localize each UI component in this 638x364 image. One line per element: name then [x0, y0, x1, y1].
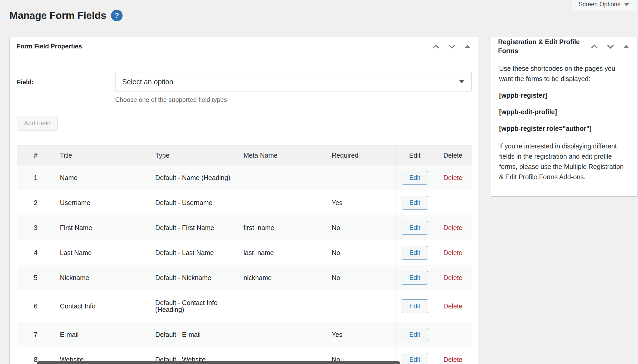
- field-type: Default - First Name: [149, 215, 238, 240]
- delete-link[interactable]: Delete: [443, 174, 462, 181]
- field-meta-name: nickname: [238, 265, 326, 290]
- table-row: 4Last NameDefault - Last Namelast_nameNo…: [17, 240, 472, 265]
- delete-link[interactable]: Delete: [443, 302, 462, 310]
- row-number: 5: [17, 265, 54, 290]
- field-type: Default - Username: [149, 190, 238, 215]
- sidebar-panel-header: Registration & Edit Profile Forms: [491, 37, 637, 56]
- page-title-row: Manage Form Fields ?: [9, 8, 638, 23]
- table-header-row: # Title Type Meta Name Required Edit Del…: [17, 146, 472, 165]
- delete-link[interactable]: Delete: [443, 224, 462, 231]
- field-type: Default - Last Name: [149, 240, 238, 265]
- delete-cell: Delete: [434, 165, 472, 190]
- addons-note: If you're interested in displaying diffe…: [499, 141, 629, 182]
- move-up-button[interactable]: [431, 43, 440, 50]
- field-title: Name: [54, 165, 149, 190]
- row-number: 4: [17, 240, 54, 265]
- field-meta-name: [238, 322, 326, 347]
- chevron-down-icon: [607, 44, 614, 49]
- edit-cell: Edit: [396, 322, 434, 347]
- chevron-down-icon: [448, 44, 455, 49]
- collapse-toggle-button[interactable]: [622, 43, 630, 49]
- field-meta-name: [238, 190, 326, 215]
- field-title: E-mail: [54, 322, 149, 347]
- field-required: [326, 165, 396, 190]
- edit-cell: Edit: [396, 240, 434, 265]
- field-meta-name: last_name: [238, 240, 326, 265]
- field-required: No: [326, 215, 396, 240]
- column-header-number: #: [17, 146, 54, 165]
- delete-cell: Delete: [434, 347, 472, 364]
- edit-button[interactable]: Edit: [402, 246, 428, 260]
- field-required: Yes: [326, 190, 396, 215]
- shortcode-register: [wppb-register]: [499, 90, 629, 101]
- select-arrow-icon: [459, 80, 464, 83]
- delete-cell: Delete: [434, 290, 472, 322]
- triangle-up-icon: [464, 44, 471, 48]
- field-title: Username: [54, 190, 149, 215]
- panel-header: Form Field Properties: [10, 37, 479, 56]
- row-number: 7: [17, 322, 54, 347]
- delete-cell: Delete: [434, 215, 472, 240]
- delete-cell: [434, 190, 472, 215]
- edit-cell: Edit: [396, 165, 434, 190]
- page-title: Manage Form Fields: [9, 8, 106, 23]
- field-hint: Choose one of the supported field types: [115, 96, 471, 103]
- edit-button[interactable]: Edit: [402, 271, 428, 285]
- column-header-required: Required: [326, 146, 396, 165]
- shortcode-register-role: [wppb-register role="author"]: [499, 123, 629, 134]
- move-down-button[interactable]: [447, 43, 456, 50]
- field-title: Last Name: [54, 240, 149, 265]
- field-title: First Name: [54, 215, 149, 240]
- field-type: Default - Contact Info (Heading): [149, 290, 238, 322]
- edit-button[interactable]: Edit: [402, 196, 428, 210]
- table-row: 6Contact InfoDefault - Contact Info (Hea…: [17, 290, 472, 322]
- help-icon[interactable]: ?: [111, 10, 123, 21]
- row-number: 3: [17, 215, 54, 240]
- table-row: 1NameDefault - Name (Heading)EditDelete: [17, 165, 472, 190]
- column-header-type: Type: [149, 146, 238, 165]
- field-meta-name: [238, 290, 326, 322]
- field-type: Default - E-mail: [149, 322, 238, 347]
- field-required: Yes: [326, 322, 396, 347]
- delete-link[interactable]: Delete: [443, 356, 462, 363]
- chevron-up-icon: [591, 44, 598, 49]
- move-down-button[interactable]: [606, 43, 615, 50]
- field-meta-name: [238, 165, 326, 190]
- table-row: 5NicknameDefault - NicknamenicknameNoEdi…: [17, 265, 472, 290]
- collapse-toggle-button[interactable]: [463, 43, 472, 49]
- horizontal-scrollbar-thumb[interactable]: [37, 361, 400, 364]
- row-number: 6: [17, 290, 54, 322]
- chevron-down-icon: [624, 3, 629, 6]
- triangle-up-icon: [623, 44, 629, 48]
- shortcode-edit-profile: [wppb-edit-profile]: [499, 107, 629, 117]
- column-header-meta-name: Meta Name: [238, 146, 326, 165]
- delete-cell: Delete: [434, 265, 472, 290]
- edit-button[interactable]: Edit: [402, 299, 428, 313]
- delete-link[interactable]: Delete: [443, 274, 462, 281]
- edit-cell: Edit: [396, 215, 434, 240]
- column-header-delete: Delete: [434, 146, 472, 165]
- column-header-edit: Edit: [396, 146, 434, 165]
- shortcodes-intro: Use these shortcodes on the pages you wa…: [499, 63, 629, 84]
- field-required: [326, 290, 396, 322]
- screen-options-label: Screen Options: [578, 1, 620, 8]
- edit-button[interactable]: Edit: [402, 221, 428, 235]
- field-type-select[interactable]: Select an option: [115, 72, 471, 92]
- shortcodes-panel: Registration & Edit Profile Forms: [491, 37, 637, 197]
- field-title: Nickname: [54, 265, 149, 290]
- screen-options-button[interactable]: Screen Options: [572, 0, 636, 11]
- table-row: 7E-mailDefault - E-mailYesEdit: [17, 322, 472, 347]
- field-type: Default - Nickname: [149, 265, 238, 290]
- edit-button[interactable]: Edit: [402, 328, 428, 341]
- add-field-button[interactable]: Add Field: [17, 116, 58, 131]
- panel-title: Form Field Properties: [17, 42, 82, 51]
- move-up-button[interactable]: [590, 43, 599, 50]
- field-meta-name: first_name: [238, 215, 326, 240]
- field-type-select-value: Select an option: [122, 78, 173, 86]
- delete-link[interactable]: Delete: [443, 249, 462, 256]
- edit-cell: Edit: [396, 265, 434, 290]
- field-label: Field:: [17, 78, 115, 86]
- edit-button[interactable]: Edit: [402, 353, 428, 364]
- edit-button[interactable]: Edit: [402, 171, 428, 185]
- chevron-up-icon: [432, 44, 439, 49]
